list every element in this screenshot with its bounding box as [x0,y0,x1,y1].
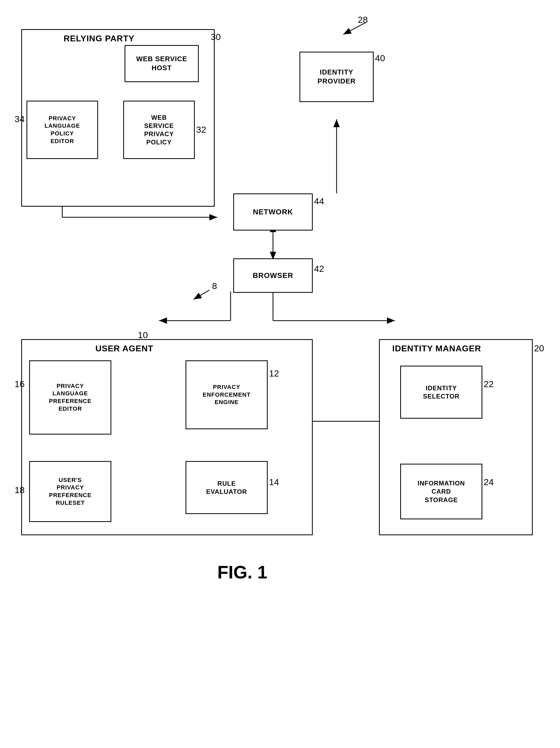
ref-10: 10 [138,330,148,340]
ref-30: 30 [211,32,221,42]
ref-20: 20 [534,343,544,353]
network-box: NETWORK [233,193,313,231]
relying-party-label: RELYING PARTY [64,33,134,44]
user-agent-label: USER AGENT [95,343,154,354]
fig-label: FIG. 1 [217,562,267,582]
diagram: RELYING PARTY 30 WEB SERVICE HOST WEB SE… [0,0,560,748]
ref-32: 32 [196,124,206,135]
ref-12: 12 [269,368,279,379]
svg-line-22 [193,290,209,299]
web-service-host-box: WEB SERVICE HOST [124,45,199,82]
ref-28: 28 [358,15,368,25]
privacy-language-preference-editor-box: PRIVACY LANGUAGE PREFERENCE EDITOR [29,360,111,435]
ref-8: 8 [212,281,217,291]
ref-22: 22 [484,379,494,389]
ref-24: 24 [484,477,494,487]
ref-44: 44 [314,196,324,206]
ref-42: 42 [314,264,324,274]
ref-18: 18 [15,485,25,495]
web-service-privacy-policy-box: WEB SERVICE PRIVACY POLICY [123,101,195,159]
identity-manager-label: IDENTITY MANAGER [392,343,481,354]
identity-provider-box: IDENTITY PROVIDER [300,52,374,102]
rule-evaluator-box: RULE EVALUATOR [186,461,268,514]
ref-16: 16 [15,379,25,389]
identity-selector-box: IDENTITY SELECTOR [400,366,482,419]
ref-34: 34 [15,114,25,124]
users-privacy-preference-ruleset-box: USER'S PRIVACY PREFERENCE RULESET [29,461,111,522]
browser-box: BROWSER [233,258,313,293]
information-card-storage-box: INFORMATION CARD STORAGE [400,464,482,519]
ref-40: 40 [375,53,385,63]
ref-14: 14 [269,477,279,487]
privacy-language-policy-editor-box: PRIVACY LANGUAGE POLICY EDITOR [26,101,98,159]
privacy-enforcement-engine-box: PRIVACY ENFORCEMENT ENGINE [186,360,268,429]
